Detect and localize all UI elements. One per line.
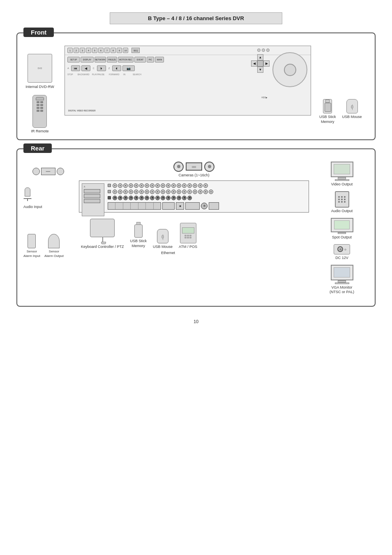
terminal-row: ◉ <box>108 202 306 210</box>
dc12v-icon: ⊝ <box>334 244 350 254</box>
dvr-num-buttons: 1 2 3 4 5 6 7 8 9 10 SEQ <box>65 46 311 55</box>
sensor-area: SensorAlarm Input SensorAlarm Output <box>23 234 73 258</box>
keyboard-ctrl-icon <box>90 219 115 237</box>
vga-monitor-area: VGA Monitor (NTSC or PAL) <box>315 265 369 295</box>
front-left-area: DVD Internal DVD-RW <box>23 46 56 133</box>
video-output-area: Video Output <box>315 162 369 186</box>
front-center-area: 1 2 3 4 5 6 7 8 9 10 SEQ <box>65 46 311 133</box>
dvr-brand-label: DIGITAL VIDEO RECORDER <box>68 109 96 112</box>
disc-tray <box>272 52 307 87</box>
page-title: B Type – 4 / 8 / 16 channel Series DVR <box>110 12 282 24</box>
audio-output-icon <box>335 191 349 208</box>
video-output-label: Video Output <box>331 182 353 186</box>
sensor-alarm-input: SensorAlarm Input <box>23 234 40 258</box>
vga-monitor-icon <box>331 265 353 284</box>
rear-label: Rear <box>23 143 52 153</box>
rear-right-area: Video Output <box>315 162 369 300</box>
ethernet-area: Ethernet <box>161 251 309 255</box>
round-connector <box>201 203 208 209</box>
nav-enter[interactable] <box>257 60 263 67</box>
rear-usb-stick-area: USB Stick Memory <box>130 224 147 248</box>
dc12v-label: DC 12V <box>335 256 348 260</box>
vga-monitor-label: VGA Monitor (NTSC or PAL) <box>330 285 354 295</box>
rear-mouse-icon <box>157 229 168 243</box>
spot-output-area: Spot Output <box>315 218 369 239</box>
usb-stick-label: USB Stick Memory <box>319 115 336 124</box>
cameras-area: ⊟⊟ Cameras (1~16ch) <box>79 162 309 177</box>
dvd-rw-icon: DVD <box>28 54 52 83</box>
audio-input-area: Audio Input <box>23 187 73 210</box>
rear-panel: Rear ═══ <box>16 148 376 307</box>
atm-pos-label: ATM / POS <box>179 245 197 249</box>
front-label: Front <box>23 28 54 37</box>
bnc-section: ◉ <box>108 183 306 210</box>
keyboard-ctrl-label: Keyboard Controller / PTZ <box>81 245 124 249</box>
rear-left-area: ═══ <box>23 162 73 300</box>
usb-mouse-label: USB Mouse <box>342 115 362 119</box>
misc-connector <box>185 202 200 210</box>
front-layout: DVD Internal DVD-RW <box>23 39 369 133</box>
nav-right[interactable]: ▶ <box>263 60 270 67</box>
sensor-input-icon <box>28 234 36 248</box>
page-number: 10 <box>16 319 376 324</box>
ethernet-label: Ethernet <box>161 251 309 255</box>
small-connector: ◉ <box>176 202 184 210</box>
dc12v-area: ⊝ DC 12V <box>315 244 369 260</box>
atm-pos-area: ATM / POS <box>179 223 197 249</box>
remote-icon <box>32 95 47 128</box>
rear-usb-stick-icon <box>134 224 143 238</box>
nav-left[interactable]: ◀ <box>251 60 257 67</box>
rear-layout: ═══ <box>23 155 369 300</box>
audio-output-area: Audio Output <box>315 191 369 213</box>
nav-up[interactable]: ▲ <box>257 54 263 60</box>
eth-port <box>209 202 219 210</box>
bottom-devices-area: Keyboard Controller / PTZ USB Stick Memo… <box>79 219 309 249</box>
camera-ports-top: ═══ <box>23 168 73 175</box>
dvr-front-device: 1 2 3 4 5 6 7 8 9 10 SEQ <box>65 46 311 116</box>
usb-stick-area: USB Stick Memory <box>319 99 336 124</box>
power-icon <box>173 162 184 172</box>
nav-down[interactable]: ▼ <box>257 67 263 73</box>
usb-devices-row: USB Stick Memory USB Mouse <box>319 99 362 124</box>
power-connector-icon: ⊟⊟ <box>186 162 202 171</box>
video-output-monitor <box>331 162 353 181</box>
ir-remote-label: IR Remote <box>31 129 48 133</box>
power-icon2 <box>204 162 214 172</box>
page-container: B Type – 4 / 8 / 16 channel Series DVR F… <box>0 0 392 336</box>
rear-board-connectors: A <box>79 180 309 213</box>
left-connector-block: A <box>82 183 104 216</box>
sensor-alarm-input-label: SensorAlarm Input <box>23 250 40 258</box>
atm-pos-icon <box>180 223 196 243</box>
dvd-rw-label: Internal DVD-RW <box>25 85 54 90</box>
audio-output-label: Audio Output <box>331 209 353 213</box>
audio-input-label: Audio Input <box>23 204 42 210</box>
bnc-row-1 <box>108 183 306 188</box>
mouse-icon <box>346 99 358 113</box>
disc-inner <box>284 64 296 76</box>
front-right-area: USB Stick Memory USB Mouse <box>319 46 369 133</box>
sensor-alarm-output-label: SensorAlarm Output <box>44 250 64 258</box>
terminal-block-1 <box>108 202 161 210</box>
usb-mouse-area: USB Mouse <box>342 99 362 119</box>
sensor-output-icon <box>48 234 60 248</box>
hdd-indicator: HDD▶ <box>261 96 267 99</box>
rear-usb-stick-label: USB Stick Memory <box>130 239 147 248</box>
keyboard-ctrl-area: Keyboard Controller / PTZ <box>81 219 124 249</box>
mic-icon <box>23 187 32 201</box>
sensor-alarm-output: SensorAlarm Output <box>44 234 64 258</box>
terminal-block-2 <box>162 202 175 210</box>
rear-usb-mouse-label: USB Mouse <box>153 245 173 249</box>
front-panel: Front DVD Internal DVD-RW <box>16 32 376 140</box>
rear-center-area: ⊟⊟ Cameras (1~16ch) A <box>79 162 309 300</box>
bnc-row-2 <box>108 190 306 194</box>
cameras-label: Cameras (1~16ch) <box>179 173 210 177</box>
led-indicators <box>257 49 270 52</box>
rear-usb-mouse-area: USB Mouse <box>153 229 173 249</box>
usb-stick-icon <box>323 99 332 113</box>
spot-output-label: Spot Output <box>332 235 352 239</box>
spot-output-icon <box>331 218 353 232</box>
bnc-row-3 <box>108 196 306 200</box>
ir-remote-area: IR Remote <box>31 95 48 133</box>
nav-pad: ▲ ▼ ◀ ▶ <box>251 54 270 73</box>
